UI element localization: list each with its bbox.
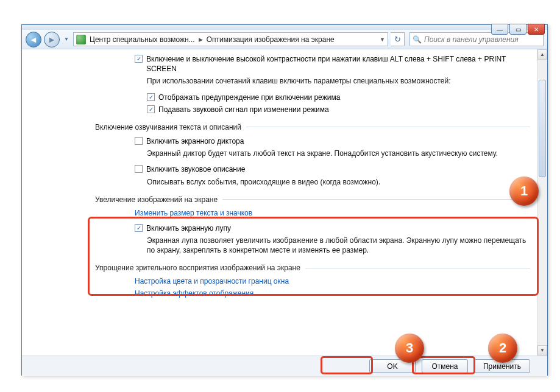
- checkbox-high-contrast-toggle[interactable]: [135, 55, 143, 63]
- maximize-button[interactable]: ▭: [509, 24, 526, 35]
- divider: [246, 127, 530, 127]
- link-resize-text-icons[interactable]: Изменить размер текста и значков: [135, 209, 252, 217]
- titlebar[interactable]: — ▭ ✕: [22, 25, 547, 30]
- address-bar[interactable]: Центр специальных возможн... ▶ Оптимизац…: [73, 32, 388, 46]
- scrollbar[interactable]: ▲ ▼: [537, 49, 547, 355]
- label-audio-description: Включить звуковое описание: [146, 164, 245, 174]
- scroll-thumb[interactable]: [539, 80, 546, 177]
- breadcrumb-sep: ▶: [199, 37, 203, 43]
- label-show-warning: Отображать предупреждение при включении …: [158, 93, 340, 102]
- checkbox-play-sound[interactable]: [147, 105, 155, 113]
- label-high-contrast: Включение и выключение высокой контрастн…: [146, 54, 530, 74]
- content-area: Включение и выключение высокой контрастн…: [22, 49, 547, 355]
- breadcrumb-2[interactable]: Оптимизация изображения на экране: [207, 35, 335, 44]
- desc-narrator: Экранный диктор будет читать любой текст…: [113, 149, 530, 158]
- label-narrator: Включить экранного диктора: [146, 136, 244, 146]
- section-zoom-title: Увеличение изображений на экране: [95, 195, 218, 204]
- ease-of-access-icon: [76, 35, 86, 44]
- forward-button[interactable]: ►: [44, 32, 60, 47]
- checkbox-narrator[interactable]: [135, 137, 143, 145]
- search-icon: 🔍: [413, 35, 422, 44]
- navigation-bar: ◄ ► ▼ Центр специальных возможн... ▶ Опт…: [22, 30, 547, 49]
- apply-button[interactable]: Применить: [474, 359, 530, 373]
- cancel-button[interactable]: Отмена: [422, 359, 468, 373]
- nav-history-dropdown[interactable]: ▼: [62, 35, 71, 44]
- label-shortcut-note: При использовании сочетаний клавиш включ…: [113, 76, 530, 86]
- refresh-button[interactable]: ↻: [391, 32, 405, 46]
- desc-audio-description: Описывать вслух события, происходящие в …: [113, 177, 530, 187]
- search-input[interactable]: [424, 35, 541, 44]
- breadcrumb-1[interactable]: Центр специальных возможн...: [90, 35, 195, 44]
- section-voice-title: Включение озвучивания текста и описаний: [95, 123, 241, 131]
- ok-button[interactable]: OK: [369, 359, 416, 373]
- close-button[interactable]: ✕: [528, 24, 545, 35]
- label-magnifier: Включить экранную лупу: [146, 223, 231, 233]
- checkbox-magnifier[interactable]: [135, 224, 143, 232]
- section-simplify-title: Упрощение зрительного восприятия изображ…: [95, 264, 300, 272]
- control-panel-window: — ▭ ✕ ◄ ► ▼ Центр специальных возможн...…: [21, 24, 548, 376]
- highlight-box-ok: [321, 356, 373, 374]
- checkbox-show-warning[interactable]: [147, 93, 155, 101]
- divider: [222, 199, 530, 200]
- desc-magnifier: Экранная лупа позволяет увеличить изобра…: [113, 236, 530, 255]
- scroll-down-button[interactable]: ▼: [537, 345, 547, 355]
- footer: OK Отмена Применить: [22, 355, 547, 376]
- label-play-sound: Подавать звуковой сигнал при изменении р…: [158, 105, 329, 114]
- minimize-button[interactable]: —: [491, 24, 508, 35]
- address-dropdown[interactable]: ▼: [380, 37, 385, 43]
- divider: [305, 268, 530, 268]
- back-button[interactable]: ◄: [26, 32, 41, 47]
- checkbox-audio-description[interactable]: [135, 165, 143, 173]
- scroll-up-button[interactable]: ▲: [537, 49, 547, 60]
- link-display-effects[interactable]: Настройка эффектов отображения: [135, 289, 253, 298]
- link-window-border-color[interactable]: Настройка цвета и прозрачности границ ок…: [135, 277, 289, 285]
